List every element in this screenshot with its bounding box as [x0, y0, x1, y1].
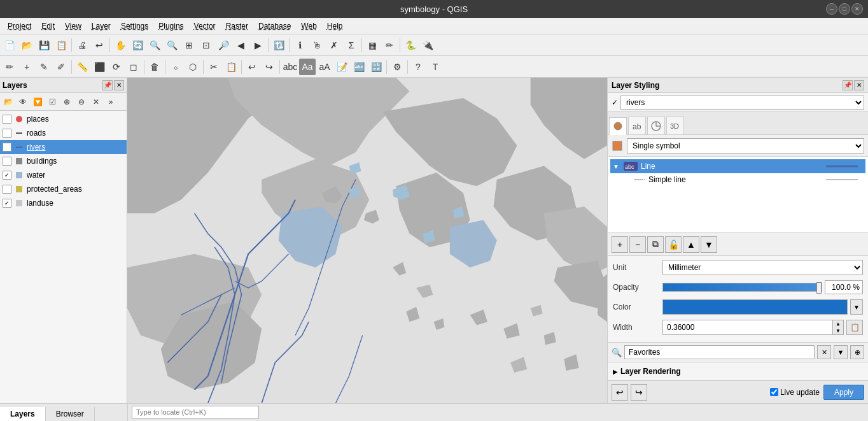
move-btn[interactable]: ⬛	[91, 59, 108, 75]
attr-table-btn[interactable]: ▦	[364, 37, 381, 54]
locate-input[interactable]	[132, 406, 259, 418]
extend-btn[interactable]: T	[427, 59, 444, 75]
tab-browser[interactable]: Browser	[46, 407, 95, 421]
edit-btn[interactable]: ✎	[36, 59, 52, 75]
zoom-in-btn[interactable]: 🔍	[146, 37, 163, 54]
pan-map-btn[interactable]: 🔄	[129, 37, 146, 54]
layer-item-water[interactable]: water	[0, 168, 127, 182]
menu-vector[interactable]: Vector	[189, 20, 221, 32]
python-console-btn[interactable]: 🐍	[402, 37, 419, 54]
remove-symbol-layer-btn[interactable]: −	[629, 236, 646, 253]
maximize-btn[interactable]: □	[839, 3, 850, 15]
redo-btn[interactable]: ↪	[261, 59, 277, 75]
label5-btn[interactable]: 🔤	[351, 59, 367, 75]
more-options-btn[interactable]: »	[104, 95, 118, 109]
save-as-btn[interactable]: 📋	[53, 37, 69, 54]
move-down-symbol-btn[interactable]: ▼	[701, 236, 717, 253]
menu-edit[interactable]: Edit	[36, 20, 60, 32]
favorites-search[interactable]	[624, 345, 815, 359]
zoom-next-btn[interactable]: ▶	[249, 37, 266, 54]
add-layer-btn[interactable]: +	[18, 59, 35, 75]
style-redo-btn[interactable]: ↪	[631, 384, 647, 401]
plugin-installer-btn[interactable]: 🔌	[419, 37, 436, 54]
field-calculator-btn[interactable]: ✏	[381, 37, 398, 54]
styling-layer-dropdown[interactable]: rivers roads places buildings water prot…	[620, 96, 864, 110]
label6-btn[interactable]: 🔡	[368, 59, 384, 75]
map-canvas[interactable]	[127, 78, 607, 403]
label-btn[interactable]: abc	[282, 59, 298, 75]
statistics-btn[interactable]: Σ	[343, 37, 360, 54]
color-dropdown-btn[interactable]: ▼	[850, 299, 863, 315]
tab-layers[interactable]: Layers	[0, 407, 46, 421]
zoom-select-btn[interactable]: 🔎	[215, 37, 232, 54]
print-btn[interactable]: 🖨	[74, 37, 90, 54]
pan-btn[interactable]: ✋	[112, 37, 129, 54]
symbol-tree-line-row[interactable]: ▼ abc Line	[610, 159, 865, 173]
live-update-checkbox[interactable]	[770, 388, 778, 396]
digitize2-btn[interactable]: ✐	[53, 59, 69, 75]
layer-item-buildings[interactable]: buildings	[0, 154, 127, 168]
layers-panel-close[interactable]: ✕	[114, 80, 124, 90]
opacity-input[interactable]	[825, 280, 863, 294]
favorites-dropdown-btn[interactable]: ▼	[834, 345, 848, 359]
tab-diagrams[interactable]	[647, 117, 665, 134]
layer-check-roads[interactable]	[3, 129, 11, 138]
apply-button[interactable]: Apply	[823, 385, 864, 400]
duplicate-symbol-btn[interactable]: ⧉	[647, 236, 664, 253]
tab-labels[interactable]: ab	[628, 117, 646, 134]
refresh-btn[interactable]: 🔃	[270, 37, 287, 54]
zoom-out-btn[interactable]: 🔍	[164, 37, 180, 54]
zoom-prev-btn[interactable]: ◀	[232, 37, 249, 54]
measure-btn[interactable]: 📏	[74, 59, 90, 75]
help2-btn[interactable]: ?	[410, 59, 426, 75]
layers-panel-pin[interactable]: 📌	[102, 80, 113, 90]
style-undo-btn[interactable]: ↩	[612, 384, 628, 401]
menu-view[interactable]: View	[60, 20, 87, 32]
layer-check-protected-areas[interactable]	[3, 185, 11, 194]
deselect-btn[interactable]: ✗	[326, 37, 342, 54]
node-tool-btn[interactable]: ⬦	[167, 59, 184, 75]
label4-btn[interactable]: 📝	[333, 59, 350, 75]
copy-features-btn[interactable]: ⬡	[185, 59, 201, 75]
width-spin-up[interactable]: ▲	[833, 320, 843, 327]
paste-btn[interactable]: 📋	[223, 59, 239, 75]
tab-3d[interactable]: 3D	[666, 117, 684, 134]
collapse-all-btn[interactable]: ⊖	[74, 95, 88, 109]
label3-btn[interactable]: aA	[316, 59, 333, 75]
styling-panel-close[interactable]: ✕	[854, 80, 864, 90]
symbol-type-dropdown[interactable]: Single symbol Categorized Graduated Rule…	[627, 138, 864, 153]
expand-all-btn[interactable]: ⊕	[60, 95, 74, 109]
width-copy-btn[interactable]: 📋	[846, 320, 863, 335]
simplify-btn[interactable]: ◻	[125, 59, 142, 75]
symbol-tree-simple-line-row[interactable]: Simple line	[610, 173, 865, 186]
minimize-btn[interactable]: ─	[826, 3, 837, 15]
new-project-btn[interactable]: 📄	[1, 37, 18, 54]
zoom-full-btn[interactable]: ⊞	[181, 37, 197, 54]
color-swatch[interactable]	[662, 299, 848, 315]
layer-item-roads[interactable]: roads	[0, 126, 127, 140]
menu-project[interactable]: Project	[3, 20, 36, 32]
layer-item-landuse[interactable]: landuse	[0, 196, 127, 210]
layer-visibility-btn[interactable]: 👁	[16, 95, 30, 109]
opacity-slider[interactable]	[662, 283, 822, 292]
select-feature-btn[interactable]: 🖱	[309, 37, 325, 54]
open-project-btn[interactable]: 📂	[18, 37, 35, 54]
layer-check-places[interactable]	[3, 115, 11, 124]
menu-web[interactable]: Web	[296, 20, 321, 32]
menu-help[interactable]: Help	[322, 20, 348, 32]
zoom-layer-btn[interactable]: ⊡	[198, 37, 214, 54]
unit-dropdown[interactable]: Millimeter Pixel Point Map Unit	[662, 260, 863, 275]
layer-check-rivers[interactable]	[3, 143, 11, 152]
delete-btn[interactable]: 🗑	[146, 59, 163, 75]
add-favorites-btn[interactable]: ⊕	[850, 345, 864, 359]
tab-symbology[interactable]	[609, 117, 627, 135]
layer-item-rivers[interactable]: rivers	[0, 140, 127, 154]
layer-rendering-header[interactable]: ▶ Layer Rendering	[613, 365, 863, 378]
add-symbol-layer-btn[interactable]: +	[612, 236, 628, 253]
move-up-symbol-btn[interactable]: ▲	[683, 236, 699, 253]
filter-layer-btn[interactable]: 🔽	[31, 95, 45, 109]
remove-layer-btn[interactable]: ✕	[89, 95, 103, 109]
layer-item-protected-areas[interactable]: protected_areas	[0, 182, 127, 196]
menu-raster[interactable]: Raster	[221, 20, 253, 32]
save-project-btn[interactable]: 💾	[36, 37, 52, 54]
